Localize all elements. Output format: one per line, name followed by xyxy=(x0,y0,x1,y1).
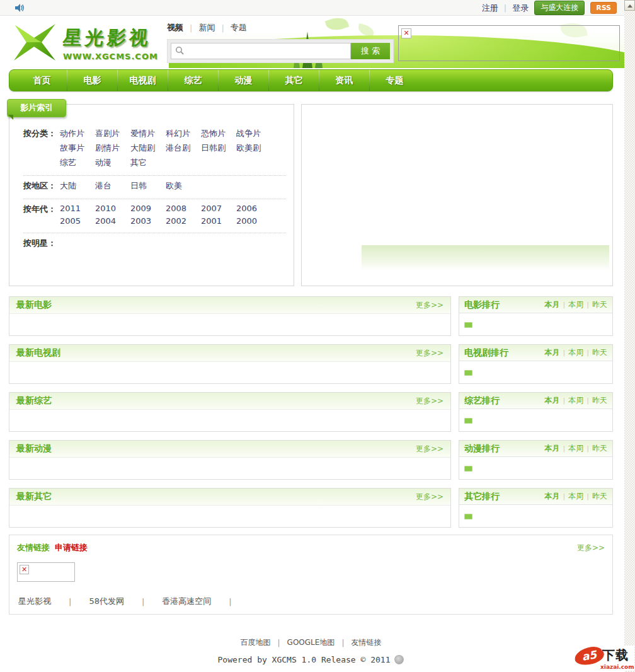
category-link[interactable]: 欧美剧 xyxy=(236,142,272,154)
nav-item-home[interactable]: 首页 xyxy=(17,75,67,86)
rank-tab-yesterday[interactable]: 昨天 xyxy=(592,299,607,310)
year-link[interactable]: 2007 xyxy=(201,204,236,213)
nav-item-variety[interactable]: 综艺 xyxy=(168,75,218,86)
year-link[interactable]: 2002 xyxy=(166,216,201,226)
search-tab-news[interactable]: 新闻 xyxy=(198,22,215,33)
category-link[interactable]: 动漫 xyxy=(95,157,130,168)
rank-tab-month[interactable]: 本月 xyxy=(545,395,560,406)
index-row-year: 按年代： 2011 2010 2009 2008 2007 2006 2005 … xyxy=(23,199,286,233)
more-link[interactable]: 更多>> xyxy=(416,396,443,407)
rank-tab-week[interactable]: 本周 xyxy=(568,443,583,454)
year-link[interactable]: 2003 xyxy=(130,216,166,226)
year-link[interactable]: 2011 xyxy=(60,204,95,213)
nav-item-tv[interactable]: 电视剧 xyxy=(118,75,168,86)
search-box: 搜 索 xyxy=(167,39,394,63)
year-link[interactable]: 2009 xyxy=(130,204,166,213)
shanda-connect-button[interactable]: 与盛大连接 xyxy=(534,1,585,15)
site-logo[interactable]: 星光影视 WWW.XGCMS.COM xyxy=(10,21,158,66)
rss-button[interactable]: RSS xyxy=(590,2,617,14)
nav-item-movies[interactable]: 电影 xyxy=(67,75,117,86)
rank-tab-yesterday[interactable]: 昨天 xyxy=(592,347,607,358)
year-link[interactable]: 2001 xyxy=(201,216,236,226)
year-link[interactable]: 2005 xyxy=(60,216,95,226)
header-ad-banner[interactable]: ✕ xyxy=(398,25,620,61)
rank-title: 电影排行 xyxy=(464,299,545,311)
more-link[interactable]: 更多>> xyxy=(416,300,443,311)
footer-link-google-map[interactable]: GOOGLE地图 xyxy=(287,637,335,648)
badge-icon xyxy=(394,655,404,664)
nav-item-news[interactable]: 资讯 xyxy=(319,75,369,86)
category-link[interactable]: 爱情片 xyxy=(130,128,166,139)
rank-tab-separator: | xyxy=(586,397,589,405)
category-link[interactable]: 喜剧片 xyxy=(95,128,130,139)
search-button[interactable]: 搜 索 xyxy=(351,43,390,59)
category-link[interactable]: 大陆剧 xyxy=(130,142,166,154)
rank-tab-month[interactable]: 本月 xyxy=(545,347,560,358)
rank-tab-week[interactable]: 本周 xyxy=(568,395,583,406)
category-link[interactable]: 综艺 xyxy=(60,157,95,168)
region-link[interactable]: 日韩 xyxy=(130,180,166,192)
category-link[interactable]: 恐怖片 xyxy=(201,128,236,139)
search-input[interactable] xyxy=(188,43,350,59)
thumbnail-placeholder-icon xyxy=(464,418,472,424)
speaker-icon[interactable] xyxy=(14,3,25,16)
friend-link[interactable]: 星光影视 xyxy=(18,596,51,607)
region-link[interactable]: 欧美 xyxy=(166,180,201,192)
rank-tab-month[interactable]: 本月 xyxy=(545,491,560,502)
friend-link[interactable]: 58代发网 xyxy=(89,596,124,607)
section-latest-other: 最新其它 更多>> xyxy=(9,488,451,528)
apply-link[interactable]: 申请链接 xyxy=(55,542,88,553)
category-link[interactable]: 港台剧 xyxy=(166,142,201,154)
register-link[interactable]: 注册 xyxy=(482,3,498,14)
rank-tab-week[interactable]: 本周 xyxy=(568,299,583,310)
search-scope-tabs: 视频 | 新闻 | 专题 xyxy=(167,22,395,33)
rank-tab-yesterday[interactable]: 昨天 xyxy=(592,395,607,406)
rank-tab-yesterday[interactable]: 昨天 xyxy=(592,491,607,502)
footer-link-friend[interactable]: 友情链接 xyxy=(351,637,381,648)
friend-link-banner[interactable]: ✕ xyxy=(17,562,75,582)
category-link[interactable]: 故事片 xyxy=(60,142,95,154)
footer-link-baidu-map[interactable]: 百度地图 xyxy=(241,637,271,648)
category-link[interactable]: 其它 xyxy=(130,157,166,168)
rank-tv: 电视剧排行 本月 | 本周 | 昨天 xyxy=(459,344,613,384)
more-link[interactable]: 更多>> xyxy=(416,348,443,359)
category-link[interactable]: 科幻片 xyxy=(166,128,201,139)
year-link[interactable]: 2006 xyxy=(236,204,272,213)
region-link[interactable]: 港台 xyxy=(95,180,130,192)
year-link[interactable]: 2010 xyxy=(95,204,130,213)
watermark-download-text: 下载 xyxy=(602,647,629,664)
rank-variety: 综艺排行 本月 | 本周 | 昨天 xyxy=(459,392,613,432)
search-tab-separator: | xyxy=(221,23,224,33)
category-link[interactable]: 动作片 xyxy=(60,128,95,139)
more-link[interactable]: 更多>> xyxy=(577,543,605,553)
nav-item-special[interactable]: 专题 xyxy=(370,75,420,86)
more-link[interactable]: 更多>> xyxy=(416,444,443,455)
rank-movies: 电影排行 本月 | 本周 | 昨天 xyxy=(459,296,613,336)
index-label: 按年代： xyxy=(23,204,60,229)
a5-download-watermark: a5 下载 xiazai.com xyxy=(574,646,634,671)
region-link[interactable]: 大陆 xyxy=(60,180,95,192)
nav-item-anime[interactable]: 动漫 xyxy=(219,75,268,86)
rank-tab-week[interactable]: 本周 xyxy=(568,491,583,502)
category-link[interactable]: 剧情片 xyxy=(95,142,130,154)
vertical-scrollbar[interactable] xyxy=(624,0,635,672)
friend-link[interactable]: 香港高速空间 xyxy=(162,596,211,607)
rank-tab-month[interactable]: 本月 xyxy=(545,299,560,310)
nav-item-other[interactable]: 其它 xyxy=(269,75,319,86)
year-link[interactable]: 2004 xyxy=(95,216,130,226)
login-link[interactable]: 登录 xyxy=(512,3,529,14)
main-nav: 首页 电影 电视剧 综艺 动漫 其它 资讯 专题 xyxy=(9,69,613,91)
category-link[interactable]: 战争片 xyxy=(236,128,272,139)
search-tab-special[interactable]: 专题 xyxy=(231,22,247,33)
rank-tab-month[interactable]: 本月 xyxy=(545,443,560,454)
search-tab-video[interactable]: 视频 xyxy=(167,22,183,33)
index-label: 按明星： xyxy=(23,238,60,262)
category-link[interactable]: 日韩剧 xyxy=(201,142,236,154)
arrow-up-icon xyxy=(627,4,632,8)
more-link[interactable]: 更多>> xyxy=(416,492,443,502)
year-link[interactable]: 2008 xyxy=(166,204,201,213)
scroll-up-button[interactable] xyxy=(624,0,635,11)
rank-tab-yesterday[interactable]: 昨天 xyxy=(592,443,607,454)
year-link[interactable]: 2000 xyxy=(236,216,272,226)
rank-tab-week[interactable]: 本周 xyxy=(568,347,583,358)
